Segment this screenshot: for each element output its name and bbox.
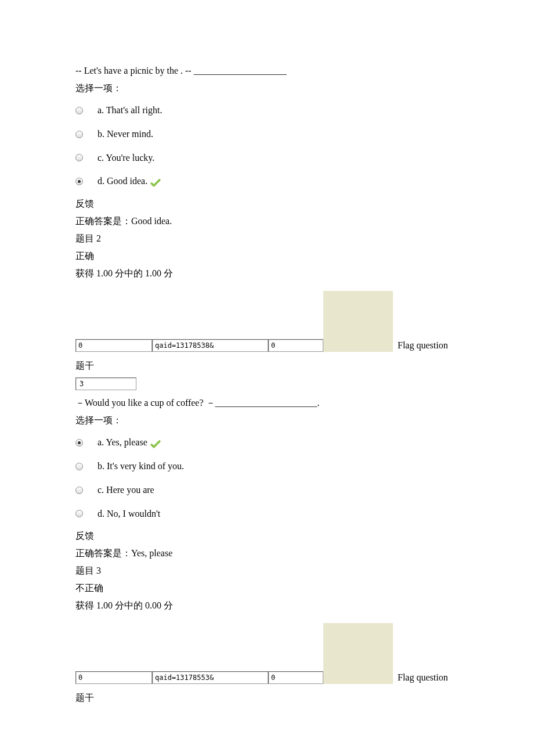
option-row: d. Good idea.	[75, 173, 459, 190]
flag-section: 0 qaid=13178553& 0 Flag question	[75, 623, 459, 684]
radio-icon[interactable]	[75, 510, 83, 517]
option-row: a. That's all right.	[75, 102, 459, 119]
radio-icon[interactable]	[75, 178, 83, 185]
option-label: b. Never mind.	[98, 126, 153, 143]
option-row: d. No, I wouldn't	[75, 506, 459, 523]
option-row: c. Here you are	[75, 482, 459, 499]
option-label: d. No, I wouldn't	[98, 506, 160, 523]
question-score: 获得 1.00 分中的 1.00 分	[75, 267, 459, 280]
option-row: b. Never mind.	[75, 126, 459, 143]
option-row: b. It's very kind of you.	[75, 458, 459, 475]
question-text: －Would you like a cup of coffee? －______…	[75, 396, 459, 410]
question-score: 获得 1.00 分中的 0.00 分	[75, 599, 459, 613]
meta-input[interactable]: 0	[268, 671, 323, 684]
meta-input[interactable]: 0	[75, 671, 152, 684]
flag-question-link[interactable]: Flag question	[398, 672, 448, 684]
option-label: c. Here you are	[98, 482, 154, 499]
option-label: b. It's very kind of you.	[98, 458, 184, 475]
question-text: -- Let's have a picnic by the . -- _____…	[75, 64, 459, 78]
option-label: a. Yes, please	[98, 434, 147, 451]
correct-answer: 正确答案是：Yes, please	[75, 546, 459, 560]
radio-icon[interactable]	[75, 131, 83, 138]
option-label: d. Good idea.	[98, 173, 147, 190]
option-label: c. You're lucky.	[98, 150, 154, 167]
meta-input[interactable]: 0	[75, 339, 152, 352]
radio-icon[interactable]	[75, 463, 83, 470]
radio-icon[interactable]	[75, 439, 83, 447]
flag-section: 0 qaid=13178538& 0 Flag question	[75, 291, 459, 352]
select-prompt: 选择一项：	[75, 81, 459, 95]
question-status: 不正确	[75, 581, 459, 595]
flag-image-placeholder	[323, 291, 393, 352]
radio-icon[interactable]	[75, 487, 83, 494]
checkmark-icon	[150, 178, 161, 186]
feedback-label: 反馈	[75, 529, 459, 543]
flag-image-placeholder	[323, 623, 393, 684]
stem-label: 题干	[75, 359, 459, 373]
flag-question-link[interactable]: Flag question	[398, 340, 448, 352]
checkmark-icon	[150, 439, 161, 447]
correct-answer: 正确答案是：Good idea.	[75, 214, 459, 228]
feedback-label: 反馈	[75, 197, 459, 211]
radio-icon[interactable]	[75, 154, 83, 161]
question-status: 正确	[75, 249, 459, 263]
option-label: a. That's all right.	[98, 102, 162, 119]
question-title: 题目 2	[75, 232, 459, 246]
option-row: c. You're lucky.	[75, 150, 459, 167]
select-prompt: 选择一项：	[75, 413, 459, 427]
radio-icon[interactable]	[75, 107, 83, 114]
meta-input[interactable]: qaid=13178538&	[152, 339, 268, 352]
stem-label: 题干	[75, 691, 459, 705]
stem-input[interactable]: 3	[75, 377, 136, 390]
meta-input[interactable]: qaid=13178553&	[152, 671, 268, 684]
question-title: 题目 3	[75, 564, 459, 578]
option-row: a. Yes, please	[75, 434, 459, 451]
meta-input[interactable]: 0	[268, 339, 323, 352]
